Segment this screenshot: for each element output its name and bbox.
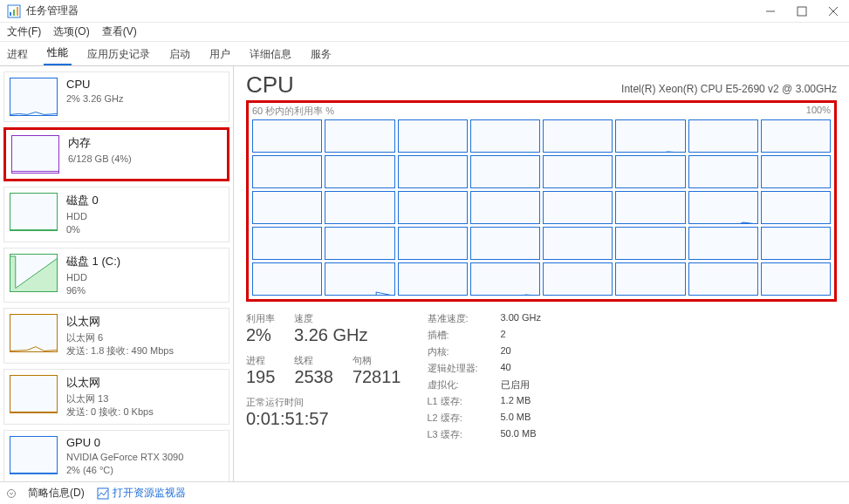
cpu-utilization-graph[interactable]: 60 秒内的利用率 % 100% <box>246 100 837 302</box>
sidebar-item-label: 磁盘 1 (C:) <box>66 254 120 269</box>
cpu-core-cell <box>398 155 468 188</box>
l3-k: L3 缓存: <box>428 428 501 441</box>
graph-label: 60 秒内的利用率 % <box>252 105 334 118</box>
content-pane: CPU Intel(R) Xeon(R) CPU E5-2690 v2 @ 3.… <box>234 66 849 481</box>
menubar: 文件(F) 选项(O) 查看(V) <box>0 23 849 42</box>
cpu-core-cell <box>615 227 685 260</box>
lprocs-k: 逻辑处理器: <box>428 362 501 375</box>
disk-thumb <box>10 193 58 231</box>
cpu-core-cell <box>761 119 831 153</box>
l2-v: 5.0 MB <box>501 412 541 425</box>
virt-k: 虚拟化: <box>428 378 501 392</box>
menu-options[interactable]: 选项(O) <box>53 24 89 39</box>
tab-startup[interactable]: 启动 <box>166 44 194 65</box>
handle-value: 72811 <box>353 367 401 387</box>
basespeed-v: 3.00 GHz <box>501 312 541 325</box>
cores-k: 内核: <box>428 345 501 358</box>
svg-rect-1 <box>10 12 11 16</box>
sidebar-item-sub: 以太网 6 <box>66 331 174 344</box>
proc-value: 195 <box>246 367 275 387</box>
cpu-core-cell <box>398 227 468 260</box>
sidebar-item-label: 以太网 <box>66 314 174 330</box>
sidebar: CPU 2% 3.26 GHz 内存 6/128 GB (4%) 磁盘 0 HD… <box>0 66 234 481</box>
l2-k: L2 缓存: <box>428 412 501 425</box>
sidebar-item-memory[interactable]: 内存 6/128 GB (4%) <box>3 127 229 181</box>
cpu-core-cell <box>325 119 394 153</box>
cpu-core-cell <box>325 262 394 296</box>
sidebar-item-sub2: 2% (46 °C) <box>66 464 183 477</box>
thread-label: 线程 <box>294 354 333 367</box>
sidebar-item-label: 磁盘 0 <box>66 193 99 208</box>
sidebar-item-sub: HDD <box>66 210 99 223</box>
sidebar-item-sub: 2% 3.26 GHz <box>66 92 123 106</box>
sockets-v: 2 <box>501 329 541 342</box>
svg-rect-10 <box>98 488 108 499</box>
minimize-button[interactable] <box>765 6 776 17</box>
cpu-core-cell <box>688 155 758 188</box>
close-button[interactable] <box>828 6 839 17</box>
cpu-core-cell <box>688 227 758 260</box>
sidebar-item-label: CPU <box>66 78 123 91</box>
speed-value: 3.26 GHz <box>294 325 367 345</box>
cpu-core-cell <box>543 191 613 224</box>
net-thumb <box>10 375 58 413</box>
cpu-core-cell <box>470 262 540 296</box>
footer: 简略信息(D) 打开资源监视器 <box>0 481 849 504</box>
menu-file[interactable]: 文件(F) <box>7 24 41 39</box>
sidebar-item-cpu[interactable]: CPU 2% 3.26 GHz <box>3 72 229 122</box>
sockets-k: 插槽: <box>428 329 501 342</box>
cpu-core-cell <box>398 119 468 153</box>
brief-info-link[interactable]: 简略信息(D) <box>28 486 85 501</box>
tab-performance[interactable]: 性能 <box>44 42 72 65</box>
sidebar-item-label: 以太网 <box>66 375 154 391</box>
maximize-button[interactable] <box>797 6 807 17</box>
tab-history[interactable]: 应用历史记录 <box>84 44 154 65</box>
util-label: 利用率 <box>246 312 275 325</box>
speed-label: 速度 <box>294 312 367 325</box>
lprocs-v: 40 <box>501 362 541 375</box>
sidebar-item-gpu0[interactable]: GPU 0 NVIDIA GeForce RTX 3090 2% (46 °C) <box>3 430 229 481</box>
basespeed-k: 基准速度: <box>428 312 501 325</box>
menu-view[interactable]: 查看(V) <box>102 24 137 39</box>
tab-users[interactable]: 用户 <box>206 44 234 65</box>
sidebar-item-disk0[interactable]: 磁盘 0 HDD 0% <box>3 187 229 242</box>
l3-v: 50.0 MB <box>501 428 541 441</box>
sidebar-item-eth0[interactable]: 以太网 以太网 6 发送: 1.8 接收: 490 Mbps <box>3 308 229 364</box>
chevron-down-icon[interactable] <box>7 489 16 498</box>
uptime-label: 正常运行时间 <box>246 396 401 409</box>
sidebar-item-sub: HDD <box>66 271 120 284</box>
cpu-core-cell <box>398 262 468 296</box>
sidebar-item-eth1[interactable]: 以太网 以太网 13 发送: 0 接收: 0 Kbps <box>3 369 229 425</box>
cpu-core-cell <box>615 191 685 224</box>
cores-v: 20 <box>501 345 541 358</box>
util-value: 2% <box>246 325 275 345</box>
svg-rect-2 <box>13 10 15 16</box>
cpu-core-cell <box>761 227 831 260</box>
tab-processes[interactable]: 进程 <box>3 44 31 65</box>
open-resmon-link[interactable]: 打开资源监视器 <box>97 486 186 501</box>
svg-rect-3 <box>17 7 18 16</box>
resmon-icon <box>97 487 109 500</box>
sidebar-item-sub2: 发送: 1.8 接收: 490 Mbps <box>66 344 174 358</box>
cpu-core-cell <box>543 119 613 153</box>
proc-label: 进程 <box>246 354 275 367</box>
sidebar-item-disk1[interactable]: 磁盘 1 (C:) HDD 96% <box>3 248 229 303</box>
sidebar-item-label: GPU 0 <box>66 436 183 449</box>
cpu-core-cell <box>398 191 468 224</box>
l1-k: L1 缓存: <box>428 395 501 408</box>
memory-thumb <box>11 135 59 174</box>
cpu-core-cell <box>688 262 758 296</box>
gpu-thumb <box>10 436 58 474</box>
cpu-core-cell <box>761 191 831 224</box>
tab-services[interactable]: 服务 <box>307 44 335 65</box>
sidebar-item-sub: 6/128 GB (4%) <box>68 153 132 166</box>
sidebar-item-sub2: 发送: 0 接收: 0 Kbps <box>66 405 154 419</box>
page-title: CPU <box>246 72 294 99</box>
cpu-core-cell <box>543 155 613 188</box>
tab-details[interactable]: 详细信息 <box>246 44 295 65</box>
svg-marker-8 <box>10 256 57 291</box>
cpu-core-cell <box>252 262 322 296</box>
cpu-core-cell <box>252 191 322 224</box>
uptime-value: 0:01:51:57 <box>246 409 401 429</box>
sidebar-item-label: 内存 <box>68 135 132 151</box>
